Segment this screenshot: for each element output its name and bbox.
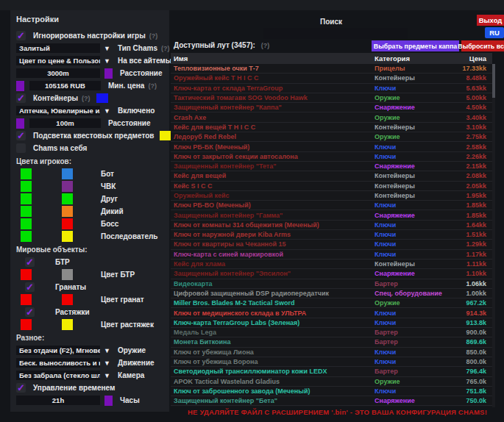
hours-input[interactable]: 21h <box>16 396 100 405</box>
select-kappa-items-button[interactable]: Выбрать предметы каппа <box>372 40 459 51</box>
time-control-checkbox[interactable]: ✓ <box>16 383 26 393</box>
table-row[interactable]: Ключ-карта с синей маркировкой Ключи 1.1… <box>171 250 492 260</box>
check-icon: ✓ <box>17 132 25 140</box>
table-row[interactable]: Защищенный контейнер "Эпсилон" Снаряжени… <box>171 269 492 279</box>
player-color-swatch-secondary[interactable] <box>62 181 73 192</box>
btr-checkbox[interactable]: ✓ <box>25 257 35 267</box>
item-category: Бартер <box>375 329 445 336</box>
btr-color-swatch-secondary[interactable] <box>62 269 73 280</box>
player-color-swatch-secondary[interactable] <box>62 193 73 204</box>
table-row[interactable]: Ключ от медицинского склада в УЛЬТРА Клю… <box>171 308 492 318</box>
chevron-down-icon[interactable]: ▼ <box>104 57 110 65</box>
table-row[interactable]: Видеокарта Бартер 1.06kk <box>171 279 492 289</box>
table-row[interactable]: Защищенный контейнер "Гамма" Снаряжение … <box>171 210 492 220</box>
player-color-swatch-primary[interactable] <box>21 231 32 242</box>
player-color-swatch-secondary[interactable] <box>62 231 73 242</box>
table-row[interactable]: Защищенный контейнер "Бета" Снаряжение 7… <box>171 396 492 406</box>
chevron-down-icon[interactable]: ▼ <box>104 372 110 379</box>
distance-color-swatch[interactable] <box>104 68 113 79</box>
table-row[interactable]: Ключ от наружной двери Kiba Arms Ключи 1… <box>171 230 492 240</box>
table-row[interactable]: Кейс для вещей Т Н I С С Контейнеры 3.10… <box>171 123 492 132</box>
item-name: Защищенный контейнер "Каппа" <box>171 104 375 111</box>
tripwires-color-swatch-primary[interactable] <box>21 319 32 330</box>
containers-distance-color-swatch[interactable] <box>16 118 24 129</box>
min-price-color-swatch[interactable] <box>16 81 24 91</box>
quest-items-checkbox[interactable]: ✓ <box>16 131 26 140</box>
chams-self-row: Chams на себя <box>13 142 166 154</box>
table-row[interactable]: Ключ от закрытой секции автосалона Ключи… <box>171 152 492 162</box>
all-items-dropdown[interactable]: Цвет по цене & Пользователь <box>16 56 100 65</box>
player-color-swatch-primary[interactable] <box>21 193 32 204</box>
chevron-down-icon[interactable]: ▼ <box>104 347 110 354</box>
table-row[interactable]: Miller Bros. Blades M-2 Tactical Sword О… <box>171 298 492 308</box>
player-color-swatch-secondary[interactable] <box>62 218 73 229</box>
table-row[interactable]: Светодиодный трансиллюминатор кожи LEDX … <box>171 367 492 376</box>
containers-color-swatch[interactable] <box>96 93 108 103</box>
check-icon: ✓ <box>26 259 34 266</box>
chams-self-checkbox[interactable] <box>16 143 26 153</box>
language-button[interactable]: RU <box>485 27 504 38</box>
distance-input[interactable]: 3000m <box>16 68 100 78</box>
hours-color-swatch[interactable] <box>104 396 113 406</box>
column-header-price[interactable]: Цена <box>445 54 492 62</box>
chevron-down-icon[interactable]: ▼ <box>104 360 110 367</box>
table-row[interactable]: Монета Биткоина Бартер 869.6k <box>171 337 492 347</box>
table-row[interactable]: Оружейный кейс Контейнеры 1.95kk <box>171 191 492 201</box>
containers-checkbox[interactable]: ✓ <box>16 93 26 103</box>
chams-type-dropdown[interactable]: Залитый <box>16 43 100 53</box>
table-row[interactable]: Тактический томагавк SOG Voodoo Hawk Ору… <box>171 93 492 103</box>
player-color-swatch-secondary[interactable] <box>62 168 73 179</box>
drop-all-button[interactable]: Выбросить все <box>461 40 504 51</box>
containers-filter-dropdown[interactable]: Аптечка, Ювелирные и... <box>16 106 100 115</box>
table-row[interactable]: Ключ от квартиры на Чеканной 15 Ключи 1.… <box>171 240 492 249</box>
column-header-name[interactable]: Имя <box>171 54 375 62</box>
player-color-swatch-primary[interactable] <box>21 218 32 229</box>
containers-distance-input[interactable]: 100m <box>29 118 101 128</box>
table-row[interactable]: Медаль Lega Бартер 900.0k <box>171 328 492 337</box>
table-row[interactable]: Защищенный контейнер "Каппа" Снаряжение … <box>171 103 492 112</box>
table-row[interactable]: Оружейный кейс Т Н I С С Контейнеры 8.48… <box>171 74 492 83</box>
chevron-down-icon[interactable]: ▼ <box>104 45 110 52</box>
table-row[interactable]: Ледоруб Red Rebel Оружие 2.75kk <box>171 132 492 142</box>
exit-button[interactable]: Выход <box>477 15 504 26</box>
table-row[interactable]: Ключ РБ-ВО (Меченый) Ключи 1.85kk <box>171 201 492 210</box>
grenades-checkbox[interactable]: ✓ <box>25 282 35 292</box>
grenades-color-swatch-primary[interactable] <box>21 294 32 305</box>
table-row[interactable]: Кейс S I C C Контейнеры 2.05kk <box>171 182 492 191</box>
weapon-dropdown[interactable]: Без отдачи (F2), Мгновенное п <box>16 346 100 355</box>
table-row[interactable]: Защищенный контейнер "Тета" Снаряжение 2… <box>171 162 492 171</box>
table-row[interactable]: APOK Tactical Wasteland Gladius Оружие 7… <box>171 377 492 387</box>
grenades-color-swatch-secondary[interactable] <box>62 294 73 305</box>
min-price-input[interactable]: 105156 RUB <box>29 81 101 90</box>
player-color-swatch-primary[interactable] <box>21 168 32 179</box>
table-row[interactable]: Кейс для хлама Контейнеры 1.11kk <box>171 260 492 269</box>
movement-dropdown[interactable]: Беск. выносливость и нет уста <box>16 358 100 368</box>
table-row[interactable]: Ключ от убежища Лиона Ключи 850.0k <box>171 348 492 357</box>
table-row[interactable]: Ключ от заброшенного завода (Меченый) Кл… <box>171 387 492 396</box>
table-row[interactable]: Кейс для вещей Контейнеры 2.08kk <box>171 171 492 181</box>
btr-color-swatch-primary[interactable] <box>21 269 32 280</box>
table-row[interactable]: Ключ-карта TerraGroup Labs (Зеленая) Клю… <box>171 318 492 328</box>
table-row[interactable]: Ключ РБ-БК (Меченый) Ключи 2.58kk <box>171 142 492 151</box>
camera-dropdown[interactable]: Без забрала (стекло шлема) <box>16 371 100 380</box>
tripwires-color-swatch-secondary[interactable] <box>62 319 73 330</box>
column-header-category[interactable]: Категория <box>375 54 445 62</box>
player-color-swatch-primary[interactable] <box>21 181 32 192</box>
table-row[interactable]: Ключ-карта Ключи 750.0k <box>171 406 492 407</box>
table-row[interactable]: Crash Axe Оружие 3.40kk <box>171 112 492 122</box>
scrollbar-thumb[interactable] <box>492 64 495 98</box>
search-input[interactable] <box>263 28 408 39</box>
table-row[interactable]: Ключ от комнаты 314 общежития (Меченый) … <box>171 221 492 230</box>
player-color-swatch-secondary[interactable] <box>62 206 73 217</box>
player-color-row: Последователь <box>13 230 166 243</box>
tripwires-checkbox[interactable]: ✓ <box>25 307 35 317</box>
player-color-swatch-primary[interactable] <box>21 206 32 217</box>
table-row[interactable]: Ключ от убежища Ворона Ключи 800.0k <box>171 357 492 367</box>
scrollbar-track[interactable] <box>492 64 495 407</box>
table-row[interactable]: Тепловизионные очки Т-7 Прицелы 17.33kk <box>171 64 492 74</box>
settings-title: Настройки <box>13 15 166 29</box>
ignore-game-settings-checkbox[interactable]: ✓ <box>16 31 26 40</box>
table-row[interactable]: Ключ-карта от склада TerraGroup Ключи 5.… <box>171 84 492 93</box>
chevron-down-icon[interactable]: ▼ <box>104 107 110 115</box>
table-row[interactable]: Цифровой защищенный DSP радиопередатчик … <box>171 289 492 298</box>
